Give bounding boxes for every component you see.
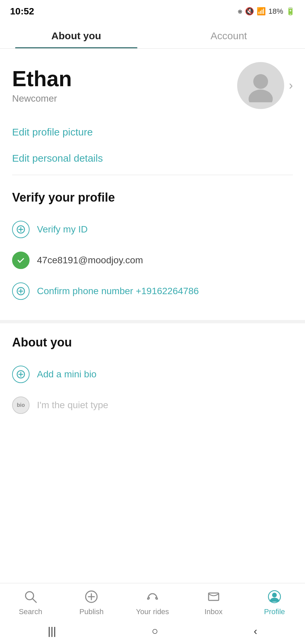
nav-publish[interactable]: Publish — [61, 588, 122, 616]
nav-inbox[interactable]: Inbox — [183, 588, 244, 616]
search-nav-label: Search — [19, 607, 42, 616]
avatar-container[interactable]: › — [237, 62, 293, 109]
status-bar: 10:52 ⎈ 🔇 📶 18% 🔋 — [0, 0, 305, 21]
rides-icon — [144, 588, 161, 605]
verify-section-title: Verify your profile — [12, 191, 293, 205]
verify-email-item: 47ce8191@moodjoy.com — [12, 245, 293, 276]
verify-section: Verify your profile Verify my ID 47ce819… — [0, 178, 305, 313]
edit-personal-details-link[interactable]: Edit personal details — [12, 145, 293, 171]
verify-id-icon — [12, 221, 30, 238]
rides-nav-label: Your rides — [136, 607, 169, 616]
nav-search[interactable]: Search — [0, 588, 61, 616]
nav-items: Search Publish — [0, 583, 305, 620]
publish-icon — [83, 588, 100, 605]
inbox-nav-label: Inbox — [205, 607, 223, 616]
action-links: Edit profile picture Edit personal detai… — [0, 119, 305, 171]
battery-icon: 🔋 — [286, 7, 295, 16]
profile-badge: Newcomer — [12, 93, 237, 104]
inbox-icon — [205, 588, 222, 605]
status-icons: ⎈ 🔇 📶 18% 🔋 — [238, 7, 295, 16]
edit-profile-picture-link[interactable]: Edit profile picture — [12, 119, 293, 145]
quiet-type-icon: bio — [12, 396, 30, 414]
verify-id-item[interactable]: Verify my ID — [12, 214, 293, 245]
mute-icon: 🔇 — [245, 7, 254, 16]
bottom-nav: Search Publish — [0, 583, 305, 644]
home-bar: ||| ○ ‹ — [0, 620, 305, 644]
bluetooth-icon: ⎈ — [238, 7, 242, 16]
about-you-title: About you — [12, 335, 293, 350]
chevron-right-icon: › — [289, 78, 293, 93]
profile-info: Ethan Newcomer — [12, 67, 237, 104]
svg-point-0 — [253, 74, 268, 89]
about-you-section: About you Add a mini bio bio I'm the qui… — [0, 323, 305, 427]
quiet-type-icon-text: bio — [17, 402, 25, 408]
publish-nav-label: Publish — [79, 607, 103, 616]
tab-about-you[interactable]: About you — [0, 21, 152, 48]
quiet-type-item[interactable]: bio I'm the quiet type — [12, 390, 293, 421]
menu-icon[interactable]: ||| — [48, 625, 56, 637]
add-mini-bio-item[interactable]: Add a mini bio — [12, 359, 293, 390]
svg-point-1 — [249, 90, 273, 102]
add-mini-bio-text: Add a mini bio — [37, 369, 96, 380]
svg-point-18 — [272, 593, 277, 597]
verify-email-icon — [12, 252, 30, 269]
tabs-bar: About you Account — [0, 21, 305, 49]
back-icon[interactable]: ‹ — [254, 625, 257, 637]
status-time: 10:52 — [10, 6, 34, 17]
svg-line-12 — [33, 599, 36, 602]
nav-your-rides[interactable]: Your rides — [122, 588, 183, 616]
avatar — [237, 62, 284, 109]
home-icon[interactable]: ○ — [151, 625, 158, 637]
search-icon — [22, 588, 39, 605]
quiet-type-text: I'm the quiet type — [37, 400, 108, 411]
profile-name: Ethan — [12, 67, 237, 91]
divider-1 — [12, 175, 293, 175]
svg-rect-16 — [209, 593, 219, 600]
profile-nav-label: Profile — [264, 607, 285, 616]
verify-phone-item[interactable]: Confirm phone number +19162264786 — [12, 276, 293, 307]
verify-phone-icon — [12, 282, 30, 300]
add-mini-bio-icon — [12, 366, 30, 383]
tab-account[interactable]: Account — [152, 21, 305, 48]
nav-profile[interactable]: Profile — [244, 588, 305, 616]
profile-header: Ethan Newcomer › — [0, 49, 305, 119]
verify-phone-text: Confirm phone number +19162264786 — [37, 286, 199, 297]
battery-indicator: 18% — [268, 7, 283, 16]
verify-email-text: 47ce8191@moodjoy.com — [37, 255, 143, 266]
wifi-icon: 📶 — [257, 7, 266, 16]
profile-nav-icon — [266, 588, 283, 605]
section-divider — [0, 320, 305, 323]
verify-id-text: Verify my ID — [37, 224, 88, 235]
